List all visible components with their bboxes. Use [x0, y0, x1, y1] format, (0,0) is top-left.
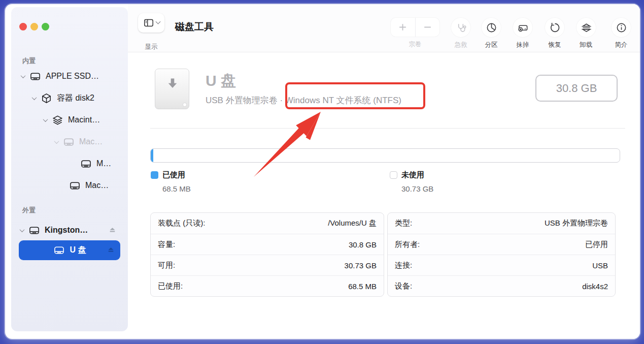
sidebar-panel-icon [143, 17, 154, 28]
window-controls [19, 23, 49, 30]
plus-icon [398, 22, 408, 32]
sidebar-section-external: 外置 [22, 206, 36, 215]
detail-value: USB [592, 261, 608, 270]
free-legend-value: 30.73 GB [390, 184, 433, 193]
details-card-right: 类型: USB 外置物理宗卷 所有者: 已停用 连接: USB 设备: disk… [387, 212, 616, 297]
toolbar-label-volume: 宗卷 [391, 40, 439, 49]
space-usage-bar [150, 148, 620, 163]
info-icon [616, 22, 627, 34]
download-arrow-glyph [162, 76, 183, 99]
toolbar-label-erase: 抹掉 [512, 41, 534, 49]
detail-label: 连接: [395, 261, 412, 270]
toolbar-label-unmount: 卸载 [575, 41, 597, 49]
detail-value: disk4s2 [582, 282, 608, 291]
volume-type-prefix: USB 外置物理宗卷 · [206, 96, 285, 105]
unmount-icon [581, 22, 592, 34]
first-aid-button[interactable]: 急救 [450, 18, 472, 49]
sidebar-section-internal: 内置 [22, 56, 36, 66]
unmount-button[interactable]: 卸载 [575, 18, 597, 49]
partition-pie-icon [486, 22, 497, 34]
partition-button[interactable]: 分区 [480, 18, 502, 49]
detail-value: USB 外置物理宗卷 [545, 218, 608, 228]
drive-icon [69, 180, 81, 192]
chevron-down-icon[interactable] [21, 73, 26, 78]
container-cube-icon [41, 92, 52, 104]
sidebar-item-kingston[interactable]: Kingston… [20, 224, 117, 237]
detail-row-type: 类型: USB 外置物理宗卷 [388, 213, 615, 234]
close-button[interactable] [19, 23, 27, 30]
toolbar-label-first-aid: 急救 [450, 41, 472, 49]
detail-value: 已停用 [585, 240, 608, 249]
show-button-label: 显示 [133, 43, 170, 51]
detail-label: 设备: [395, 282, 412, 291]
legend-used: 已使用 68.5 MB [151, 170, 191, 193]
sidebar-item-mac-volume[interactable]: Mac… [69, 179, 109, 192]
used-legend-value: 68.5 MB [151, 184, 191, 193]
disk-utility-window: 内置 APPLE SSD… 容器 disk2 Macint… Mac… M… [5, 4, 640, 339]
restore-button[interactable]: 恢复 [544, 18, 566, 49]
drive-icon [29, 71, 41, 82]
sidebar-item-m-volume[interactable]: M… [80, 157, 111, 170]
used-legend-swatch [151, 171, 158, 179]
first-aid-stethoscope-icon [455, 22, 467, 34]
sidebar-item-mac-volume-dimmed[interactable]: Mac… [55, 135, 103, 148]
detail-label: 装载点 (只读): [158, 218, 205, 228]
chevron-down-icon[interactable] [32, 95, 37, 100]
sidebar-item-container-disk2[interactable]: 容器 disk2 [32, 91, 94, 105]
erase-drive-icon [517, 22, 529, 34]
removable-volume-icon [155, 69, 189, 109]
sidebar-item-label: Macint… [68, 115, 100, 124]
sidebar-item-label: U 盘 [70, 245, 86, 256]
volume-icon-dot [183, 103, 186, 106]
volume-add-remove-group: 宗卷 [391, 18, 439, 49]
sidebar-item-label: Kingston… [45, 226, 88, 235]
detail-row-owner: 所有者: 已停用 [388, 234, 615, 255]
minimize-button[interactable] [30, 23, 38, 30]
detail-row-connection: 连接: USB [388, 255, 615, 275]
sidebar-item-usb-drive-selected[interactable]: U 盘 [19, 240, 120, 260]
erase-button[interactable]: 抹掉 [512, 18, 534, 49]
detail-label: 类型: [395, 218, 412, 228]
detail-row-used: 已使用: 68.5 MB [151, 275, 384, 296]
info-button[interactable]: 简介 [610, 18, 632, 49]
used-space-segment [151, 149, 153, 162]
volume-size-badge: 30.8 GB [535, 75, 618, 102]
detail-value: 68.5 MB [348, 282, 377, 291]
sidebar-item-label: M… [96, 159, 111, 168]
sidebar-item-label: 容器 disk2 [57, 93, 94, 104]
drive-icon [80, 158, 92, 170]
restore-undo-icon [549, 22, 561, 34]
volume-title: U 盘 [206, 71, 236, 91]
eject-icon[interactable] [107, 246, 115, 255]
detail-row-mount-point: 装载点 (只读): /Volumes/U 盘 [151, 213, 384, 234]
sidebar-item-apple-ssd[interactable]: APPLE SSD… [21, 70, 99, 83]
detail-row-device: 设备: disk4s2 [388, 275, 615, 296]
volume-group-layers-icon [52, 114, 63, 126]
free-legend-label: 未使用 [401, 170, 424, 180]
drive-icon [63, 136, 75, 148]
chevron-down-icon[interactable] [20, 227, 25, 232]
detail-value: /Volumes/U 盘 [328, 218, 377, 228]
add-volume-button[interactable] [391, 18, 415, 37]
sidebar: 内置 APPLE SSD… 容器 disk2 Macint… Mac… M… [11, 7, 128, 331]
toolbar-label-partition: 分区 [480, 41, 502, 49]
sidebar-item-macintosh-group[interactable]: Macint… [44, 113, 100, 127]
eject-icon[interactable] [108, 226, 117, 235]
app-title: 磁盘工具 [175, 20, 214, 34]
volume-filesystem: Windows NT 文件系统 (NTFS) [285, 96, 401, 105]
header-divider [150, 128, 625, 129]
zoom-button[interactable] [42, 23, 49, 30]
toggle-sidebar-button[interactable] [138, 13, 164, 33]
sidebar-item-label: APPLE SSD… [46, 72, 99, 81]
chevron-down-icon[interactable] [54, 139, 59, 144]
used-legend-label: 已使用 [162, 170, 185, 180]
minus-icon [423, 22, 432, 32]
chevron-down-icon[interactable] [43, 117, 48, 122]
detail-label: 可用: [158, 261, 175, 270]
volume-subtitle: USB 外置物理宗卷 · Windows NT 文件系统 (NTFS) [206, 95, 401, 106]
chevron-down-icon [155, 19, 160, 24]
detail-value: 30.73 GB [345, 261, 377, 270]
toolbar-label-info: 简介 [610, 41, 632, 49]
drive-icon [28, 225, 40, 236]
remove-volume-button[interactable] [415, 18, 440, 37]
